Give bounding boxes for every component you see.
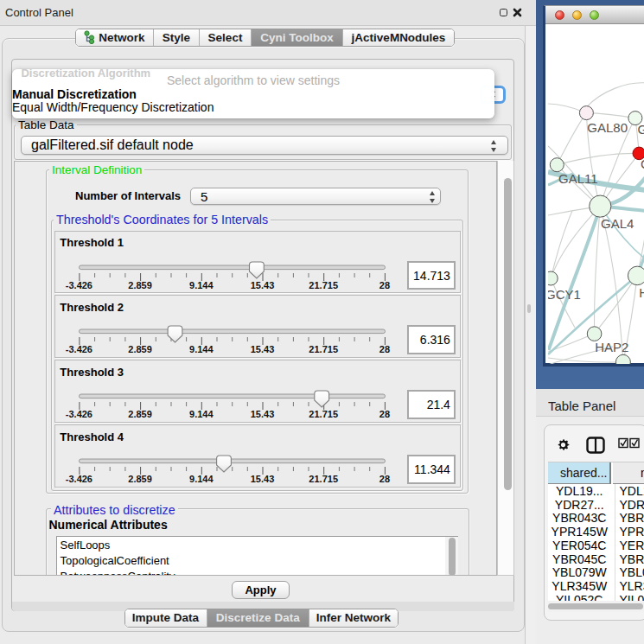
- svg-text:GCY1: GCY1: [548, 287, 581, 302]
- svg-text:HAP2: HAP2: [595, 340, 628, 354]
- svg-text:GA: GA: [638, 122, 644, 137]
- svg-text:GAL4: GAL4: [601, 216, 634, 231]
- svg-text:GAL11: GAL11: [558, 171, 598, 186]
- svg-text:C: C: [641, 156, 644, 171]
- svg-text:H: H: [639, 285, 644, 300]
- svg-text:GAL80: GAL80: [587, 120, 628, 135]
